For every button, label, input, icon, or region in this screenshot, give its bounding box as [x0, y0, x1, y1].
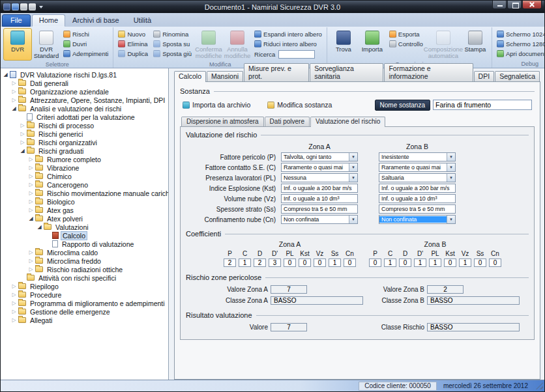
dropdown-arrow-icon[interactable]: ▼: [447, 174, 455, 182]
tab-formazione-e-informazione[interactable]: Formazione e informazione: [384, 63, 473, 81]
dropdown-arrow-icon[interactable]: ▼: [349, 216, 357, 223]
dropdown-field[interactable]: Talvolta, ogni tanto▼: [281, 152, 358, 161]
tree-expand-icon[interactable]: ▷: [10, 316, 18, 324]
tree-item-vibrazione[interactable]: ▷Vibrazione: [1, 163, 168, 172]
dropdown-field[interactable]: Non confinata▼: [281, 215, 358, 224]
duvri-button[interactable]: Duvri: [62, 40, 110, 48]
dvr-standard-button[interactable]: DVR Standard: [32, 28, 61, 61]
tab-segnaletica[interactable]: Segnaletica: [495, 71, 540, 81]
tree-expand-icon[interactable]: ▷: [19, 130, 26, 138]
dropdown-field[interactable]: Saltuaria▼: [379, 173, 456, 182]
tree-item-programma-di-miglioramento-e-adempimenti[interactable]: ▷Programma di miglioramento e adempiment…: [1, 299, 168, 307]
tab-misure-prev-e-prot[interactable]: Misure prev. e prot.: [244, 63, 309, 81]
app-icon[interactable]: [3, 3, 10, 10]
tree-item-rischio-radiazioni-ottiche[interactable]: ▷Rischio radiazioni ottiche: [1, 265, 168, 273]
tree-item-cancerogeno[interactable]: ▷Cancerogeno: [1, 180, 168, 189]
dropdown-arrow-icon[interactable]: ▼: [447, 153, 455, 161]
tree-collapse-icon[interactable]: ◢: [36, 223, 43, 231]
tree-expand-icon[interactable]: ▷: [27, 248, 35, 257]
tree-expand-icon[interactable]: ▷: [10, 87, 18, 96]
sposta-giu-button[interactable]: Sposta giù: [152, 49, 193, 58]
dropdown-field[interactable]: Raramente o quasi mai▼: [281, 163, 358, 172]
resize-grip-icon[interactable]: [536, 382, 543, 389]
trova-button[interactable]: Trova: [329, 28, 358, 61]
tab-file[interactable]: File: [2, 14, 31, 27]
schermo-1280-button[interactable]: Schermo 1280x1024: [495, 40, 545, 48]
dropdown-arrow-icon[interactable]: ▼: [349, 163, 357, 171]
tree-expand-icon[interactable]: ▷: [27, 265, 35, 273]
tree-collapse-icon[interactable]: ◢: [10, 104, 18, 113]
text-field[interactable]: Inf. o uguale a 10 dm³: [379, 194, 456, 203]
tree-collapse-icon[interactable]: ◢: [19, 147, 26, 155]
undo-icon[interactable]: [20, 3, 27, 10]
esporta-button[interactable]: Esporta: [388, 30, 424, 38]
tree-expand-icon[interactable]: ▷: [10, 299, 18, 307]
tree-item-microclima-freddo[interactable]: ▷Microclima freddo: [1, 257, 168, 265]
tree-item-analisi-e-valutazione-dei-rischi[interactable]: ◢Analisi e valutazione dei rischi: [1, 104, 168, 113]
tree-item-rischio-movimentazione-manuale-carichi[interactable]: ▷Rischio movimentazione manuale carichi: [1, 189, 168, 197]
elimina-button[interactable]: Elimina: [117, 40, 149, 48]
tree-item-microclima-caldo[interactable]: ▷Microclima caldo: [1, 248, 168, 257]
tree-expand-icon[interactable]: ▷: [27, 180, 35, 189]
tree-item-rischi-organizzativi[interactable]: ▷Rischi organizzativi: [1, 138, 168, 147]
tree-item-rischi-graduati[interactable]: ◢Rischi graduati: [1, 147, 168, 155]
tree-item-valutazioni[interactable]: ◢Valutazioni: [1, 223, 168, 231]
tree-expand-icon[interactable]: ▷: [27, 197, 35, 206]
tree-expand-icon[interactable]: ▷: [27, 206, 35, 214]
close-button[interactable]: [522, 1, 542, 9]
duplica-button[interactable]: Duplica: [117, 49, 149, 58]
annulla-modifiche-button[interactable]: Annulla modifiche: [223, 28, 252, 61]
tree-item-allegati[interactable]: ▷Allegati: [1, 316, 168, 324]
tab-mansioni[interactable]: Mansioni: [207, 71, 243, 81]
tree-item-dvr-valutazione-rischi-d-lgs-81[interactable]: ◢DVR Valutazione rischi D.lgs.81: [1, 70, 168, 79]
composizione-automatica-button[interactable]: Composizione automatica: [426, 28, 461, 61]
tree-item-rumore-completo[interactable]: ▷Rumore completo: [1, 155, 168, 163]
apri-documento-button[interactable]: Apri documento: [495, 49, 545, 58]
tree-expand-icon[interactable]: ▷: [10, 307, 18, 316]
minimize-button[interactable]: [492, 1, 507, 9]
tree-expand-icon[interactable]: ▷: [19, 138, 26, 147]
schermo-1024-button[interactable]: Schermo 1024x768: [495, 30, 545, 38]
text-field[interactable]: Compreso tra 5 e 50 mm: [281, 204, 358, 214]
rinomina-button[interactable]: Rinomina: [152, 30, 193, 38]
tree-item-rischi-generici[interactable]: ▷Rischi generici: [1, 130, 168, 138]
dropdown-arrow-icon[interactable]: ▼: [447, 163, 455, 171]
tree-item-riepilogo[interactable]: ▷Riepilogo: [1, 282, 168, 290]
tab-home[interactable]: Home: [32, 14, 65, 27]
text-field[interactable]: Inf. o uguale a 200 bar m/s: [281, 184, 358, 193]
tree-item-procedure[interactable]: ▷Procedure: [1, 290, 168, 299]
sposta-su-button[interactable]: Sposta su: [152, 40, 193, 48]
save-icon[interactable]: [12, 3, 19, 10]
text-field[interactable]: Inf. o uguale a 200 bar m/s: [379, 184, 456, 193]
tree-item-criteri-adottati-per-la-valutazione[interactable]: Criteri adottati per la valutazione: [1, 113, 168, 121]
dropdown-arrow-icon[interactable]: ▼: [349, 153, 357, 161]
tree-collapse-icon[interactable]: ◢: [2, 70, 9, 79]
subtab-dati-polvere[interactable]: Dati polvere: [265, 117, 310, 126]
tree-expand-icon[interactable]: ▷: [27, 257, 35, 265]
tree-item-organizzazione-aziendale[interactable]: ▷Organizzazione aziendale: [1, 87, 168, 96]
tree-item-calcolo[interactable]: Calcolo: [1, 231, 168, 240]
tree-expand-icon[interactable]: ▷: [27, 163, 35, 172]
tree-expand-icon[interactable]: ▷: [10, 290, 18, 299]
nuovo-button[interactable]: Nuovo: [117, 30, 149, 38]
dvr-button[interactable]: DVR: [3, 28, 32, 61]
maximize-button[interactable]: [507, 1, 522, 9]
riduci-albero-button[interactable]: Riduci intero albero: [253, 40, 323, 48]
conferma-modifiche-button[interactable]: Conferma modifiche: [194, 28, 223, 61]
tab-utilita[interactable]: Utilità: [126, 14, 159, 27]
tree-collapse-icon[interactable]: ◢: [27, 214, 35, 223]
importa-button[interactable]: Importa: [358, 28, 387, 61]
stampa-button[interactable]: Stampa: [461, 28, 490, 61]
tree-item-rischi-di-processo[interactable]: ▷Rischi di processo: [1, 121, 168, 130]
tree-item-attivit-con-rischi-specifici[interactable]: Attività con rischi specifici: [1, 273, 168, 282]
redo-icon[interactable]: [29, 3, 36, 10]
tree-item-attrezzature-opere-sostanze-impianti-dpi[interactable]: ▷Attrezzature, Opere, Sostanze, Impianti…: [1, 96, 168, 104]
rischi-button[interactable]: Rischi: [62, 30, 110, 38]
tree-item-gestione-delle-emergenze[interactable]: ▷Gestione delle emergenze: [1, 307, 168, 316]
subtab-valutazione-del-rischio[interactable]: Valutazione del rischio: [310, 117, 385, 127]
tree-expand-icon[interactable]: ▷: [10, 96, 18, 104]
subtab-dispersione-in-atmosfera[interactable]: Dispersione in atmosfera: [181, 117, 264, 126]
tree-expand-icon[interactable]: ▷: [19, 121, 26, 130]
qat-dropdown-icon[interactable]: [39, 6, 43, 8]
tree-item-chimico[interactable]: ▷Chimico: [1, 172, 168, 180]
